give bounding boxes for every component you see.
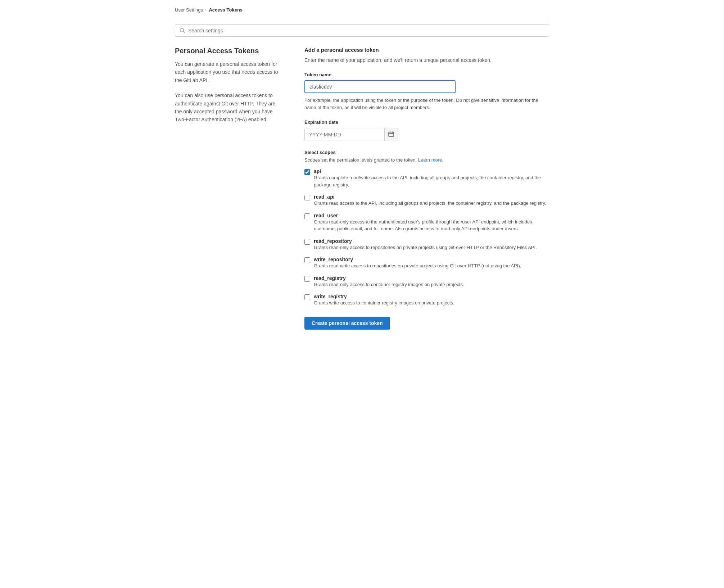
- expiration-label: Expiration date: [304, 119, 549, 125]
- scope-desc-read_registry: Grants read-only access to container reg…: [314, 281, 549, 288]
- scope-item-write_repository: write_repositoryGrants read-write access…: [304, 257, 549, 270]
- scope-checkbox-read_repository[interactable]: [304, 239, 310, 245]
- scope-desc-api: Grants complete read/write access to the…: [314, 174, 549, 188]
- date-input-wrapper: [304, 128, 398, 141]
- search-bar-wrapper: [175, 24, 549, 37]
- scope-item-read_repository: read_repositoryGrants read-only access t…: [304, 238, 549, 251]
- calendar-icon: [388, 131, 394, 137]
- scope-name-read_repository[interactable]: read_repository: [314, 238, 352, 244]
- create-token-button[interactable]: Create personal access token: [304, 317, 390, 330]
- page-wrapper: User Settings › Access Tokens Personal A…: [164, 0, 560, 337]
- token-name-hint: For example, the application using the t…: [304, 97, 549, 111]
- svg-rect-2: [389, 132, 394, 136]
- scope-item-read_user: read_userGrants read-only access to the …: [304, 213, 549, 232]
- scope-checkbox-read_user[interactable]: [304, 213, 310, 219]
- scope-info-read_registry: read_registryGrants read-only access to …: [314, 275, 549, 288]
- svg-line-1: [184, 32, 185, 33]
- scope-name-write_registry[interactable]: write_registry: [314, 294, 347, 299]
- scope-desc-write_registry: Grants write access to container registr…: [314, 299, 549, 307]
- scope-checkbox-api[interactable]: [304, 169, 310, 175]
- breadcrumb: User Settings › Access Tokens: [175, 7, 549, 17]
- scope-desc-read_repository: Grants read-only access to repositories …: [314, 244, 549, 251]
- calendar-button[interactable]: [384, 128, 398, 141]
- scope-info-write_registry: write_registryGrants write access to con…: [314, 294, 549, 307]
- scope-name-read_registry[interactable]: read_registry: [314, 275, 346, 281]
- scope-info-read_repository: read_repositoryGrants read-only access t…: [314, 238, 549, 251]
- main-content: Personal Access Tokens You can generate …: [175, 47, 549, 330]
- sidebar-description-1: You can generate a personal access token…: [175, 60, 283, 84]
- search-icon: [180, 28, 185, 33]
- form-subtitle: Enter the name of your application, and …: [304, 56, 549, 64]
- breadcrumb-separator: ›: [205, 7, 207, 13]
- scope-item-read_registry: read_registryGrants read-only access to …: [304, 275, 549, 288]
- learn-more-link[interactable]: Learn more.: [418, 157, 443, 163]
- scope-name-api[interactable]: api: [314, 168, 321, 174]
- scope-item-api: apiGrants complete read/write access to …: [304, 168, 549, 188]
- scope-item-read_api: read_apiGrants read access to the API, i…: [304, 194, 549, 207]
- scopes-title: Select scopes: [304, 150, 549, 155]
- scope-checkbox-write_repository[interactable]: [304, 257, 310, 263]
- sidebar-description-2: You can also use personal access tokens …: [175, 91, 283, 124]
- token-name-input[interactable]: elasticdev: [304, 80, 456, 93]
- scope-checkbox-read_api[interactable]: [304, 195, 310, 200]
- search-bar: [175, 24, 549, 37]
- scopes-list: apiGrants complete read/write access to …: [304, 168, 549, 307]
- sidebar: Personal Access Tokens You can generate …: [175, 47, 283, 330]
- scope-checkbox-write_registry[interactable]: [304, 294, 310, 300]
- scope-name-read_api[interactable]: read_api: [314, 194, 335, 200]
- scope-desc-read_api: Grants read access to the API, including…: [314, 200, 549, 207]
- scope-desc-write_repository: Grants read-write access to repositories…: [314, 262, 549, 270]
- search-input[interactable]: [188, 28, 544, 33]
- scope-desc-read_user: Grants read-only access to the authentic…: [314, 218, 549, 232]
- form-heading: Add a personal access token: [304, 47, 549, 53]
- form-section: Add a personal access token Enter the na…: [304, 47, 549, 330]
- scope-name-read_user[interactable]: read_user: [314, 213, 338, 218]
- scope-checkbox-read_registry[interactable]: [304, 276, 310, 282]
- scope-info-api: apiGrants complete read/write access to …: [314, 168, 549, 188]
- scope-item-write_registry: write_registryGrants write access to con…: [304, 294, 549, 307]
- scope-info-write_repository: write_repositoryGrants read-write access…: [314, 257, 549, 270]
- token-name-label: Token name: [304, 72, 549, 77]
- scopes-subtitle: Scopes set the permission levels granted…: [304, 157, 549, 163]
- scope-info-read_user: read_userGrants read-only access to the …: [314, 213, 549, 232]
- scope-info-read_api: read_apiGrants read access to the API, i…: [314, 194, 549, 207]
- scopes-section: Select scopes Scopes set the permission …: [304, 150, 549, 307]
- page-title: Personal Access Tokens: [175, 47, 283, 55]
- breadcrumb-parent[interactable]: User Settings: [175, 7, 203, 13]
- breadcrumb-current: Access Tokens: [209, 7, 243, 13]
- expiration-input[interactable]: [305, 129, 384, 140]
- scope-name-write_repository[interactable]: write_repository: [314, 257, 353, 262]
